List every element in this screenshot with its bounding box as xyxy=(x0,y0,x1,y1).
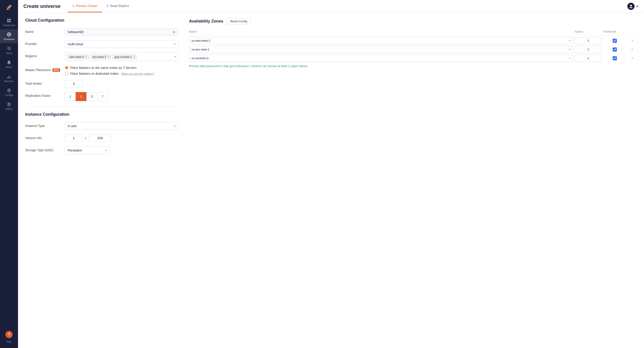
sidebar-bottom: ? Help xyxy=(6,328,12,346)
sidebar-item-universes-label: Universes xyxy=(4,38,15,40)
rf-row: Replication Factor 1 3 5 7 xyxy=(25,92,178,101)
provider-select[interactable]: multi-cloud ▾ xyxy=(65,40,178,48)
sidebar-item-configs[interactable]: Configs xyxy=(0,85,18,99)
az-col-name: Name xyxy=(189,30,573,33)
regions-container[interactable]: aws-west-2 × azu-east-1 × gcp-central-1 … xyxy=(65,52,178,61)
az-remove-3[interactable]: × xyxy=(628,56,637,60)
when-to-use-link[interactable]: When to use this setting? xyxy=(121,72,154,76)
master-same-radio[interactable] xyxy=(65,66,68,70)
rf-button-5[interactable]: 5 xyxy=(86,92,97,101)
storage-type-select[interactable]: Persistent ▾ xyxy=(65,146,110,154)
admin-icon xyxy=(6,102,12,107)
svg-rect-5 xyxy=(9,21,11,22)
region-remove-azu[interactable]: × xyxy=(108,55,109,58)
name-label: Name xyxy=(25,28,61,34)
az-preferred-checkbox-3[interactable] xyxy=(613,56,617,60)
provider-chevron-icon: ▾ xyxy=(174,42,175,46)
region-tag-azu: azu-east-1 × xyxy=(90,54,111,59)
rf-label: Replication Factor xyxy=(25,92,61,98)
az-preferred-checkbox-2[interactable] xyxy=(613,48,617,52)
master-dedicated-radio[interactable] xyxy=(65,72,68,76)
user-menu[interactable]: ▼ xyxy=(627,3,638,10)
az-nodes-1[interactable] xyxy=(575,37,602,44)
beta-badge: Beta xyxy=(52,68,60,72)
az-preferred-2 xyxy=(604,48,626,52)
rf-button-3[interactable]: 3 xyxy=(76,92,86,101)
sidebar: 🚀 Dashboard Universes xyxy=(0,0,18,348)
az-select-1[interactable]: us-aws-west-2 ▾ xyxy=(189,37,573,44)
az-nodes-3[interactable] xyxy=(575,55,602,62)
provider-label: Provider xyxy=(25,40,61,46)
app-logo[interactable]: 🚀 xyxy=(4,2,14,13)
sidebar-item-alerts[interactable]: Alerts xyxy=(0,57,18,71)
master-same-nodes-option[interactable]: Place Masters on the same nodes as T-Ser… xyxy=(65,66,178,70)
az-col-nodes: Nodes xyxy=(575,30,602,33)
svg-point-15 xyxy=(8,104,10,105)
sidebar-item-admin[interactable]: Admin xyxy=(0,99,18,113)
instance-type-chevron-icon: ▾ xyxy=(174,124,175,128)
copy-icon[interactable]: ⊞ xyxy=(172,30,175,34)
az-select-3[interactable]: us-central1-b ▾ xyxy=(189,55,573,62)
name-input[interactable] xyxy=(68,30,172,34)
storage-type-chevron-icon: ▾ xyxy=(106,149,107,152)
universes-icon xyxy=(6,32,12,37)
instance-type-value: 8 core xyxy=(68,124,76,128)
rf-button-1[interactable]: 1 xyxy=(65,92,76,101)
instance-type-row: Instance Type 8 core ▾ xyxy=(25,122,178,130)
instance-type-select[interactable]: 8 core ▾ xyxy=(65,122,178,130)
sidebar-item-help[interactable]: ? Help xyxy=(6,328,12,346)
regions-label: Regions xyxy=(25,52,61,58)
az-row-3: us-central1-b ▾ × xyxy=(189,55,637,62)
main-content: Create universe 1. Primary Cluster 2. Re… xyxy=(18,0,644,348)
volume-info-control: x xyxy=(65,134,178,142)
az-remove-2[interactable]: × xyxy=(628,48,637,52)
az-preferred-3 xyxy=(604,56,626,60)
content-area: Cloud Configuration Name ⊞ Provider mult… xyxy=(18,12,644,348)
region-remove-gcp[interactable]: × xyxy=(133,55,134,58)
az-preferred-checkbox-1[interactable] xyxy=(613,39,617,43)
sidebar-item-alerts-label: Alerts xyxy=(6,66,12,68)
volume-size-input[interactable] xyxy=(89,134,112,142)
sidebar-item-dashboard-label: Dashboard xyxy=(3,24,15,26)
svg-rect-10 xyxy=(7,48,11,48)
provider-value: multi-cloud xyxy=(68,42,83,46)
right-panel: Availability Zones Reset Config Name Nod… xyxy=(189,18,637,342)
sidebar-item-tasks[interactable]: Tasks xyxy=(0,43,18,57)
cloud-config-title: Cloud Configuration xyxy=(25,18,178,23)
region-remove-aws[interactable]: × xyxy=(86,55,87,58)
rf-button-7[interactable]: 7 xyxy=(97,92,108,101)
volume-count-input[interactable] xyxy=(65,134,83,142)
svg-rect-4 xyxy=(7,21,9,22)
az-chevron-3-icon: ▾ xyxy=(569,57,570,60)
az-name-3: us-central1-b xyxy=(192,56,208,60)
az-remove-1[interactable]: × xyxy=(628,39,637,43)
master-dedicated-option[interactable]: Place Masters on dedicated nodes When to… xyxy=(65,72,178,76)
master-placement-control: Place Masters on the same nodes as T-Ser… xyxy=(65,66,178,76)
tab-primary-cluster[interactable]: 1. Primary Cluster xyxy=(68,0,102,12)
reset-config-button[interactable]: Reset Config xyxy=(227,18,250,24)
region-tag-aws: aws-west-2 × xyxy=(67,54,89,59)
az-select-2[interactable]: us-azu-east-1 ▾ xyxy=(189,46,573,53)
instance-config-title: Instance Configuration xyxy=(25,112,178,117)
sidebar-item-dashboard[interactable]: Dashboard xyxy=(0,15,18,29)
svg-rect-3 xyxy=(9,19,11,20)
section-divider xyxy=(25,106,178,107)
volume-x-label: x xyxy=(85,136,87,140)
total-nodes-input[interactable] xyxy=(65,80,83,88)
sidebar-item-universes[interactable]: Universes xyxy=(0,29,18,43)
svg-rect-11 xyxy=(7,49,11,50)
tab-read-replica[interactable]: 2. Read Replica xyxy=(102,0,134,12)
sidebar-item-backups[interactable]: Backups xyxy=(0,71,18,85)
chevron-down-icon: ▼ xyxy=(636,5,638,8)
az-nodes-2[interactable] xyxy=(575,46,602,53)
total-nodes-label: Total Nodes xyxy=(25,80,61,85)
az-col-actions xyxy=(628,30,637,33)
sidebar-item-backups-label: Backups xyxy=(4,80,14,82)
total-nodes-control xyxy=(65,80,178,88)
user-avatar-icon xyxy=(627,3,634,10)
az-header: Availability Zones Reset Config xyxy=(189,18,637,24)
page-title: Create universe xyxy=(24,4,60,9)
help-circle-icon[interactable]: ? xyxy=(6,331,12,338)
total-nodes-row: Total Nodes xyxy=(25,80,178,88)
instance-type-control: 8 core ▾ xyxy=(65,122,178,130)
